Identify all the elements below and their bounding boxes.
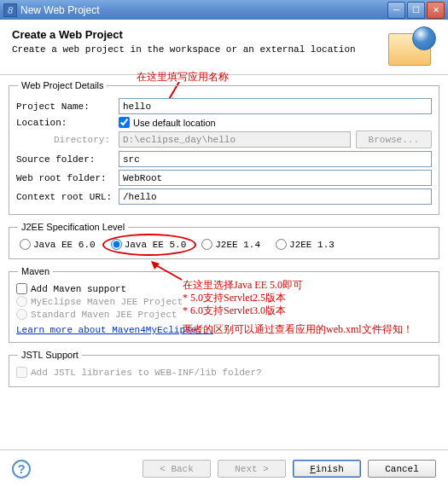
standard-maven-label: Standard Maven JEE Project [31, 310, 177, 320]
header-icon [388, 28, 436, 67]
window-titlebar: 8 New Web Project ─ ☐ ✕ [0, 0, 448, 20]
maven-learn-more-link[interactable]: Learn more about Maven4MyEclipse... [16, 325, 213, 335]
myeclipse-maven-radio [16, 296, 27, 307]
radio-j2ee-1-4[interactable]: J2EE 1.4 [201, 239, 260, 250]
myeclipse-maven-label: MyEclipse Maven JEE Project [31, 297, 183, 307]
context-root-input[interactable] [119, 188, 432, 205]
maven-legend: Maven [18, 266, 53, 276]
context-root-label: Context root URL: [16, 192, 119, 202]
window-title: New Web Project [20, 4, 99, 16]
source-folder-input[interactable] [119, 151, 432, 167]
radio-java-ee-6[interactable]: Java EE 6.0 [20, 239, 96, 250]
details-legend: Web Project Details [18, 80, 107, 90]
jstl-group: JSTL Support Add JSTL libraries to WEB-I… [9, 350, 439, 387]
project-name-label: Project Name: [16, 101, 119, 112]
add-maven-label: Add Maven support [31, 284, 126, 294]
next-button: Next > [218, 460, 286, 478]
directory-label: Directory: [16, 135, 119, 145]
page-description: Create a web project in the workspace or… [12, 44, 388, 55]
source-folder-label: Source folder: [16, 154, 119, 165]
finish-button[interactable]: Finish [293, 460, 361, 478]
maven-group: Maven Add Maven support MyEclipse Maven … [9, 266, 439, 343]
dialog-header: Create a Web Project Create a web projec… [0, 20, 448, 75]
page-title: Create a Web Project [12, 28, 388, 41]
j2ee-legend: J2EE Specification Level [18, 222, 128, 232]
use-default-location-checkbox[interactable] [119, 117, 130, 128]
add-jstl-checkbox [16, 367, 27, 378]
standard-maven-radio [16, 309, 27, 320]
back-button: < Back [143, 460, 211, 478]
minimize-button[interactable]: ─ [387, 2, 405, 19]
radio-j2ee-1-3[interactable]: J2EE 1.3 [276, 239, 335, 250]
directory-input [119, 131, 351, 148]
app-icon: 8 [3, 3, 17, 17]
project-name-input[interactable] [119, 98, 432, 114]
radio-java-ee-5[interactable]: Java EE 5.0 [111, 239, 187, 250]
add-jstl-label: Add JSTL libraries to WEB-INF/lib folder… [31, 368, 262, 378]
web-root-input[interactable] [119, 170, 432, 186]
cancel-button[interactable]: Cancel [368, 460, 436, 478]
location-label: Location: [16, 118, 119, 128]
web-project-details-group: Web Project Details Project Name: Locati… [9, 80, 439, 215]
dialog-footer: ? < Back Next > Finish Cancel [0, 449, 448, 487]
use-default-location-label: Use default location [133, 118, 216, 128]
add-maven-checkbox[interactable] [16, 283, 27, 294]
help-icon[interactable]: ? [12, 460, 31, 478]
j2ee-spec-group: J2EE Specification Level Java EE 6.0 Jav… [9, 222, 439, 259]
jstl-legend: JSTL Support [18, 350, 82, 360]
close-button[interactable]: ✕ [427, 2, 445, 19]
web-root-label: Web root folder: [16, 173, 119, 183]
maximize-button[interactable]: ☐ [407, 2, 425, 19]
browse-button: Browse... [356, 130, 432, 148]
